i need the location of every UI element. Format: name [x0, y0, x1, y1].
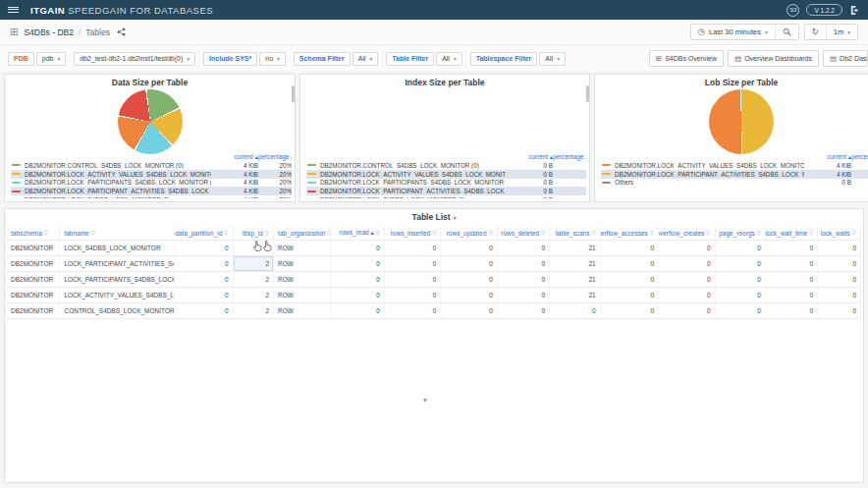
filter-icon[interactable]: ▽ [591, 230, 595, 236]
refresh-interval-picker[interactable]: 1m ▾ [826, 25, 857, 39]
legend-row[interactable]: Others0 B [601, 179, 868, 188]
status-circle-badge[interactable]: S3 [787, 4, 799, 17]
data-size-pie-chart[interactable] [118, 89, 183, 154]
breadcrumb-dashboard[interactable]: S4DBs - DB2 [24, 27, 74, 37]
zoom-out-time-button[interactable] [775, 25, 798, 39]
sign-out-icon[interactable] [849, 5, 860, 16]
filter-icon[interactable]: ▽ [376, 230, 380, 236]
legend-row[interactable]: DB2MONITOR.LOCK_S4DBS_LOCK_MONITOR (0)4 … [11, 195, 292, 198]
breadcrumb-separator: / [79, 27, 81, 37]
column-header-rows_inserted[interactable]: rows_inserted▽ [385, 226, 441, 240]
column-header-lock_waits[interactable]: lock_waits▽ [818, 226, 861, 240]
legend-row[interactable]: DB2MONITOR.LOCK_PARTICIPANT_ACTIVITIES_S… [306, 187, 586, 195]
dashboard-grid-icon: ⊞ [10, 27, 18, 37]
column-header-page_reorgs[interactable]: page_reorgs▽ [716, 226, 766, 240]
filter-icon[interactable]: ▽ [265, 230, 269, 236]
pdb-label: PDB [8, 52, 34, 66]
legend-row[interactable]: DB2MONITOR.LOCK_PARTICIPANTS_S4DBS_LOCK_… [306, 179, 586, 188]
s4dbs-overview-button[interactable]: ⊞ S4DBs Overview [649, 50, 724, 67]
lob-size-pie-chart[interactable] [709, 89, 774, 154]
filter-icon[interactable]: ▽ [489, 230, 493, 236]
legend-row[interactable]: DB2MONITOR.LOCK_ACTIVITY_VALUES_S4DBS_LO… [601, 161, 868, 170]
legend-row[interactable]: DB2MONITOR.LOCK_PARTICIPANT_ACTIVITIES_S… [11, 187, 292, 195]
filter-icon[interactable]: ▽ [650, 230, 654, 236]
filter-icon[interactable]: ▽ [44, 230, 48, 236]
table-cell: 0 [441, 303, 497, 318]
column-header-tabschema[interactable]: tabschema▽ [7, 226, 60, 240]
table-cell: 0 [716, 288, 766, 302]
chevron-down-icon: ▾ [277, 56, 280, 62]
scroll-down-chevron[interactable]: ▾ [423, 396, 427, 405]
panel-title[interactable]: Lob Size per Table [595, 78, 868, 87]
legend-sort-percentage[interactable]: percentage ▴ [851, 153, 868, 160]
filter-icon[interactable]: ▽ [224, 230, 228, 236]
column-header-lock_wait_time[interactable]: lock_wait_time▽ [766, 226, 818, 240]
legend-row[interactable]: DB2MONITOR.LOCK_S4DBS_LOCK_MONITOR (0)0 … [306, 195, 586, 198]
column-header-overflow_accesses[interactable]: overflow_accesses▽ [601, 226, 659, 240]
panel-lob-size-per-table: Lob Size per Table current ▴percentage ▴… [594, 74, 868, 202]
table-cell: 0 [331, 256, 385, 271]
legend-header-row: current ▴percentage ▴ [11, 152, 292, 161]
filter-icon[interactable]: ▽ [541, 230, 545, 236]
legend-series-name: DB2MONITOR.LOCK_PARTICIPANT_ACTIVITIES_S… [25, 188, 211, 194]
share-icon[interactable] [117, 27, 126, 36]
connection-select[interactable]: db2_test-db2-1.db2inst1/testdb(0)▾ [74, 52, 195, 66]
legend-row[interactable]: DB2MONITOR.LOCK_PARTICIPANTS_S4DBS_LOCK_… [11, 179, 292, 188]
tablespace-filter-select[interactable]: All▾ [539, 52, 566, 66]
column-header-overflow_creates[interactable]: overflow_creates▽ [659, 226, 715, 240]
overview-dashboards-button[interactable]: ▤ Overview Dashboards [728, 50, 819, 67]
table-cell: DB2MONITOR [7, 288, 60, 302]
legend-series-name: DB2MONITOR.LOCK_PARTICIPANT_ACTIVITIES_S… [320, 188, 506, 194]
panel-title[interactable]: Table List▾ [5, 212, 863, 222]
column-header-tab_organization[interactable]: tab_organization▽ [274, 226, 330, 240]
panel-title[interactable]: Data Size per Table [5, 78, 295, 87]
tablespace-filter-label: Tablespace Filter [470, 52, 538, 66]
time-range-picker[interactable]: ◷ Last 30 minutes ▾ [691, 25, 775, 39]
column-header-rows_deleted[interactable]: rows_deleted▽ [498, 226, 550, 240]
column-header-tbsp_id[interactable]: tbsp_id▽ [234, 226, 275, 240]
column-header-data_partition_id[interactable]: data_partition_id▽ [175, 226, 233, 240]
legend-sort-percentage[interactable]: percentage ▴ [258, 153, 292, 160]
legend-sort-current[interactable]: current ▴ [211, 153, 258, 160]
legend-row[interactable]: DB2MONITOR.CONTROL_S4DBS_LOCK_MONITOR (0… [306, 161, 586, 170]
legend-scrollbar[interactable] [292, 85, 295, 102]
legend-row[interactable]: DB2MONITOR.LOCK_PARTICIPANT_ACTIVITIES_S… [601, 170, 868, 179]
table-row: DB2MONITORLOCK_PARTICIPANT_ACTIVITIES_S4… [7, 256, 861, 272]
table-cell: 0 [441, 288, 497, 302]
legend-current-value: 0 B [506, 179, 553, 186]
column-header-table_scans[interactable]: table_scans▽ [550, 226, 600, 240]
db2-dashboards-button[interactable]: ▤ Db2 Dash [823, 50, 868, 67]
legend-percentage-value: 20% [258, 162, 292, 169]
legend-current-value: 4 KiB [211, 179, 258, 186]
filter-icon[interactable]: ▽ [91, 230, 95, 236]
column-header-tabname[interactable]: tabname▽ [60, 226, 175, 240]
pdb-select[interactable]: pdb▾ [36, 52, 66, 66]
series-color-marker [307, 190, 316, 192]
table-filter-select[interactable]: All▾ [436, 52, 462, 66]
table-header-row: tabschema▽tabname▽data_partition_id▽tbsp… [7, 226, 861, 241]
legend-row[interactable]: DB2MONITOR.LOCK_ACTIVITY_VALUES_S4DBS_LO… [306, 170, 586, 179]
legend-sort-current[interactable]: current ▴ [506, 153, 553, 160]
legend-sort-percentage[interactable]: percentage ▴ [553, 153, 586, 160]
table-cell[interactable]: 2 [234, 256, 275, 271]
legend-scrollbar[interactable] [586, 85, 589, 102]
panel-title[interactable]: Index Size per Table [300, 78, 589, 87]
include-sys-select[interactable]: no▾ [259, 52, 286, 66]
menu-icon[interactable] [8, 7, 19, 14]
filter-icon[interactable]: ▽ [432, 230, 436, 236]
refresh-button[interactable]: ↻ [805, 25, 826, 39]
filter-icon[interactable]: ▽ [706, 230, 710, 236]
column-header-rows_updated[interactable]: rows_updated▽ [441, 226, 497, 240]
filter-icon[interactable]: ▽ [852, 230, 856, 236]
filter-icon[interactable]: ▽ [809, 230, 813, 236]
column-header-rows_read[interactable]: rows_read ▴▽ [331, 226, 385, 240]
breadcrumb-page[interactable]: Tables [85, 27, 110, 37]
schema-filter-select[interactable]: All▾ [353, 52, 379, 66]
legend-row[interactable]: DB2MONITOR.CONTROL_S4DBS_LOCK_MONITOR (0… [11, 161, 292, 170]
legend-current-value: 4 KiB [211, 196, 258, 198]
filter-icon[interactable]: ▽ [757, 230, 761, 236]
legend-series-name: Others [615, 179, 804, 186]
table-cell: 0 [659, 288, 715, 302]
legend-sort-current[interactable]: current ▴ [804, 153, 851, 160]
legend-row[interactable]: DB2MONITOR.LOCK_ACTIVITY_VALUES_S4DBS_LO… [11, 170, 292, 179]
